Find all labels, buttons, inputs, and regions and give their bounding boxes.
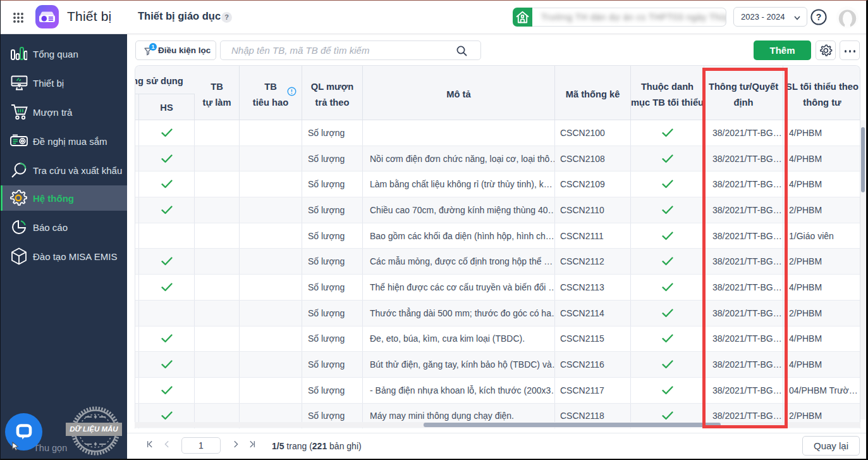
svg-text:?: ? <box>816 12 822 22</box>
